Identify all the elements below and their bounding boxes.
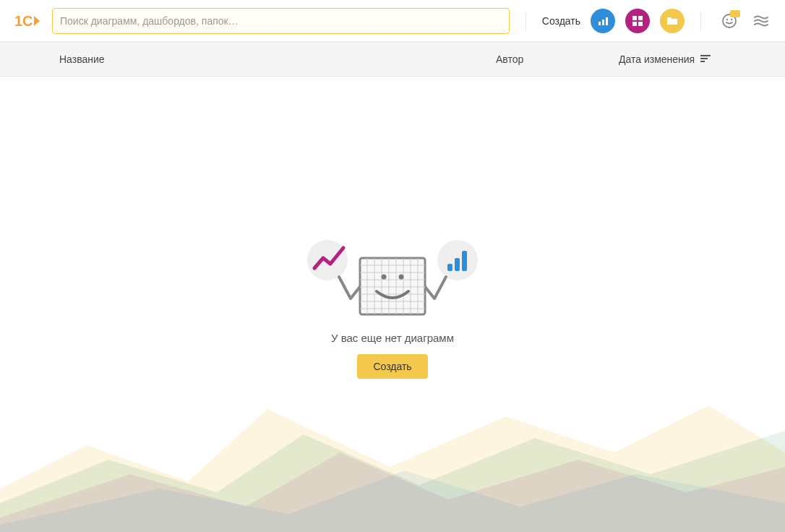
search-field-wrap[interactable]: [52, 8, 510, 34]
menu-button[interactable]: [752, 12, 771, 30]
column-header-row: Название Автор Дата изменения: [0, 42, 785, 77]
column-date-label: Дата изменения: [619, 53, 695, 65]
svg-rect-2: [602, 20, 604, 25]
svg-rect-17: [455, 258, 460, 271]
empty-state: У вас еще нет диаграмм Создать: [0, 228, 785, 379]
waves-icon: [754, 15, 768, 27]
svg-rect-6: [632, 22, 637, 26]
svg-point-9: [726, 18, 728, 20]
folders-button[interactable]: [660, 9, 685, 33]
charts-button[interactable]: [591, 9, 615, 33]
column-author[interactable]: Автор: [496, 53, 619, 65]
empty-illustration: [299, 228, 486, 314]
header-bar: 1C Создать: [0, 0, 785, 42]
grid-icon: [632, 15, 643, 27]
svg-point-35: [382, 275, 387, 280]
svg-rect-13: [700, 61, 705, 62]
svg-rect-19: [360, 258, 425, 314]
create-button[interactable]: Создать: [357, 354, 427, 379]
svg-rect-5: [638, 16, 643, 20]
empty-message: У вас еще нет диаграмм: [331, 332, 454, 344]
svg-rect-16: [447, 264, 452, 271]
notifications-button[interactable]: [717, 9, 742, 33]
app-logo[interactable]: 1C: [14, 9, 42, 33]
background-decoration: [0, 366, 785, 532]
svg-rect-18: [462, 251, 467, 271]
svg-text:1C: 1C: [14, 13, 33, 29]
search-input[interactable]: [60, 15, 502, 27]
svg-point-36: [399, 275, 404, 280]
svg-rect-11: [700, 55, 711, 56]
bar-chart-icon: [597, 15, 609, 27]
column-name[interactable]: Название: [59, 53, 496, 65]
svg-rect-4: [632, 16, 637, 20]
create-link[interactable]: Создать: [542, 15, 580, 27]
folder-icon: [666, 15, 678, 27]
sort-desc-icon: [700, 55, 711, 64]
dashboards-button[interactable]: [625, 9, 650, 33]
svg-point-10: [731, 18, 732, 20]
notification-badge: [730, 10, 740, 17]
svg-rect-12: [700, 58, 708, 59]
separator: [700, 11, 701, 31]
svg-rect-1: [599, 22, 601, 25]
separator: [526, 11, 526, 31]
column-date[interactable]: Дата изменения: [619, 53, 785, 65]
svg-rect-3: [606, 17, 608, 25]
svg-rect-7: [638, 22, 643, 26]
